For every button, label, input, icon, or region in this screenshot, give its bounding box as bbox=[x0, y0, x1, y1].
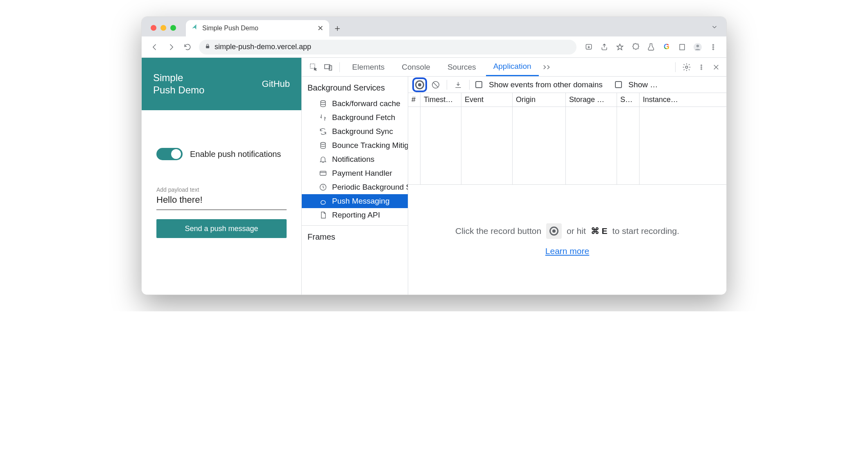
sidebar-item-periodic-sync[interactable]: Periodic Background Sync bbox=[302, 180, 408, 194]
profile-icon[interactable] bbox=[690, 40, 705, 54]
col-event[interactable]: Event bbox=[461, 93, 513, 107]
bookmark-star-icon[interactable] bbox=[613, 40, 627, 54]
install-icon[interactable] bbox=[581, 40, 596, 54]
close-tab-icon[interactable]: ✕ bbox=[317, 24, 323, 33]
sidebar-item-background-fetch[interactable]: Background Fetch bbox=[302, 111, 408, 125]
chrome-menu-icon[interactable] bbox=[706, 40, 721, 54]
col-index[interactable]: # bbox=[408, 93, 420, 107]
col-origin[interactable]: Origin bbox=[513, 93, 566, 107]
tab-console[interactable]: Console bbox=[394, 58, 438, 76]
enable-push-label: Enable push notifications bbox=[190, 149, 281, 159]
more-tabs-icon[interactable] bbox=[541, 61, 554, 73]
share-icon[interactable] bbox=[597, 40, 612, 54]
extensions-icon[interactable] bbox=[628, 40, 643, 54]
page-header: Simple Push Demo GitHub bbox=[142, 58, 301, 110]
svg-point-15 bbox=[321, 101, 326, 103]
sidebar-section-header: Background Services bbox=[302, 77, 408, 97]
sidebar-frames-header: Frames bbox=[302, 226, 408, 246]
col-timestamp[interactable]: Timest… bbox=[420, 93, 461, 107]
devtools-panel: Elements Console Sources Application Bac… bbox=[301, 58, 726, 295]
svg-point-14 bbox=[701, 68, 702, 70]
browser-toolbar: simple-push-demo.vercel.app G bbox=[142, 36, 726, 58]
tabs-chevron-down-icon[interactable] bbox=[703, 23, 726, 36]
new-tab-button[interactable]: ＋ bbox=[329, 20, 346, 36]
svg-point-11 bbox=[685, 66, 688, 68]
save-icon[interactable] bbox=[453, 79, 463, 90]
tab-elements[interactable]: Elements bbox=[345, 58, 392, 76]
svg-point-5 bbox=[713, 44, 714, 45]
sidebar-item-reporting-api[interactable]: Reporting API bbox=[302, 208, 408, 222]
sidebar-item-background-sync[interactable]: Background Sync bbox=[302, 125, 408, 138]
send-push-button[interactable]: Send a push message bbox=[156, 219, 287, 238]
sidebar-item-payment-handler[interactable]: Payment Handler bbox=[302, 166, 408, 180]
events-table-header: # Timest… Event Origin Storage … S… Inst… bbox=[408, 93, 726, 107]
forward-button[interactable] bbox=[164, 40, 179, 54]
sidebar-item-bounce-tracking[interactable]: Bounce Tracking Mitigations bbox=[302, 138, 408, 152]
window-controls bbox=[142, 25, 183, 36]
paper-plane-icon bbox=[190, 23, 199, 33]
svg-point-4 bbox=[696, 45, 699, 47]
sidebar-item-push-messaging[interactable]: Push Messaging bbox=[302, 194, 408, 208]
google-icon[interactable]: G bbox=[659, 40, 674, 54]
svg-point-7 bbox=[713, 48, 714, 50]
show-checkbox-2[interactable] bbox=[615, 81, 622, 88]
minimize-window-button[interactable] bbox=[160, 25, 166, 31]
svg-rect-10 bbox=[329, 66, 332, 70]
reading-list-icon[interactable] bbox=[675, 40, 689, 54]
svg-point-12 bbox=[701, 65, 702, 66]
record-button[interactable] bbox=[412, 77, 427, 92]
devtools-settings-icon[interactable] bbox=[680, 61, 693, 73]
payload-value: Hello there! bbox=[156, 195, 287, 205]
browser-tab[interactable]: Simple Push Demo ✕ bbox=[186, 20, 329, 36]
recording-placeholder: Click the record button or hit ⌘ E to st… bbox=[408, 185, 726, 295]
learn-more-link[interactable]: Learn more bbox=[545, 246, 589, 256]
inspect-element-icon[interactable] bbox=[307, 61, 320, 73]
close-window-button[interactable] bbox=[151, 25, 156, 31]
device-toolbar-icon[interactable] bbox=[322, 61, 335, 73]
application-sidebar: Background Services Back/forward cache B… bbox=[302, 77, 408, 295]
show-label-2: Show … bbox=[628, 80, 658, 89]
payload-label: Add payload text bbox=[156, 186, 287, 193]
svg-point-16 bbox=[321, 143, 326, 145]
github-link[interactable]: GitHub bbox=[262, 79, 290, 89]
svg-point-13 bbox=[701, 66, 702, 68]
labs-icon[interactable] bbox=[644, 40, 658, 54]
payload-input[interactable]: Add payload text Hello there! bbox=[156, 183, 287, 210]
svg-rect-0 bbox=[206, 46, 209, 48]
tab-title: Simple Push Demo bbox=[202, 25, 313, 32]
devtools-close-icon[interactable] bbox=[710, 61, 722, 73]
reload-button[interactable] bbox=[180, 40, 195, 54]
svg-rect-17 bbox=[320, 171, 326, 175]
col-instance[interactable]: Instance… bbox=[640, 93, 726, 107]
tab-sources[interactable]: Sources bbox=[440, 58, 484, 76]
devtools-tabbar: Elements Console Sources Application bbox=[302, 58, 726, 77]
sidebar-item-notifications[interactable]: Notifications bbox=[302, 152, 408, 166]
show-other-domains-checkbox[interactable] bbox=[475, 81, 482, 88]
tab-application[interactable]: Application bbox=[486, 58, 539, 76]
browser-window: Simple Push Demo ✕ ＋ simple-push-demo.ve… bbox=[141, 16, 727, 295]
events-table-body bbox=[408, 107, 726, 185]
browser-tabstrip: Simple Push Demo ✕ ＋ bbox=[142, 17, 726, 36]
col-storage[interactable]: Storage … bbox=[566, 93, 617, 107]
sidebar-item-back-forward-cache[interactable]: Back/forward cache bbox=[302, 97, 408, 111]
enable-push-toggle[interactable] bbox=[156, 148, 183, 160]
fullscreen-window-button[interactable] bbox=[170, 25, 176, 31]
clear-icon[interactable] bbox=[430, 79, 441, 90]
svg-point-6 bbox=[713, 46, 714, 48]
show-other-domains-label: Show events from other domains bbox=[489, 80, 603, 89]
page-title: Simple Push Demo bbox=[153, 72, 204, 96]
page-viewport: Simple Push Demo GitHub Enable push noti… bbox=[142, 58, 301, 295]
address-bar[interactable]: simple-push-demo.vercel.app bbox=[199, 40, 576, 54]
url-text: simple-push-demo.vercel.app bbox=[215, 43, 571, 51]
col-sw[interactable]: S… bbox=[617, 93, 640, 107]
back-button[interactable] bbox=[147, 40, 162, 54]
record-icon bbox=[546, 223, 562, 239]
lock-icon bbox=[205, 43, 210, 50]
svg-rect-2 bbox=[680, 44, 685, 50]
devtools-menu-icon[interactable] bbox=[695, 61, 708, 73]
push-toolbar: Show events from other domains Show … bbox=[408, 77, 726, 93]
